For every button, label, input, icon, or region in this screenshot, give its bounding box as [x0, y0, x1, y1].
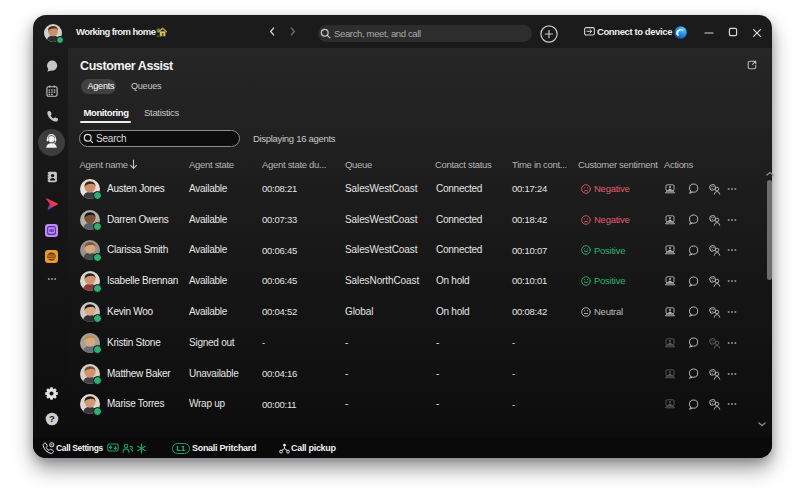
svg-text:?: ?: [49, 413, 55, 424]
